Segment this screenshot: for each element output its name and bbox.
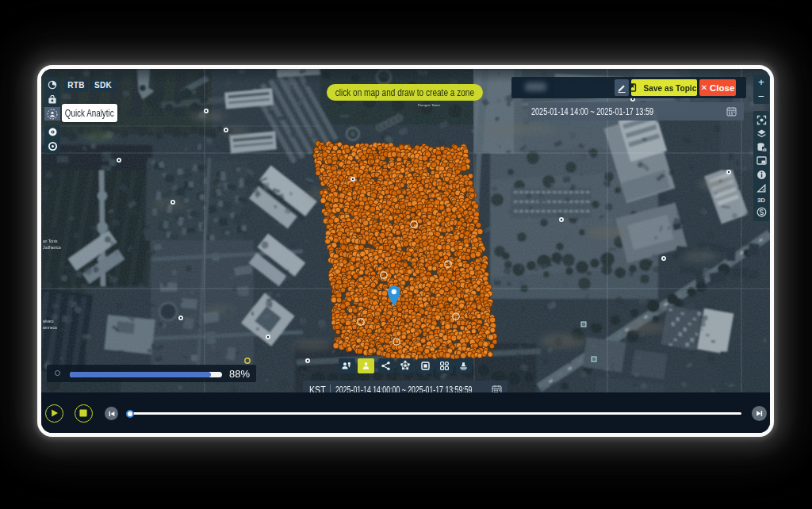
svg-text:an Tonis: an Tonis xyxy=(43,239,58,243)
svg-text:Paragon Tower: Paragon Tower xyxy=(418,103,441,107)
svg-text:Judhanica: Judhanica xyxy=(43,245,61,250)
svg-text:alvaro: alvaro xyxy=(43,319,54,323)
svg-text:amneca: amneca xyxy=(43,325,57,330)
